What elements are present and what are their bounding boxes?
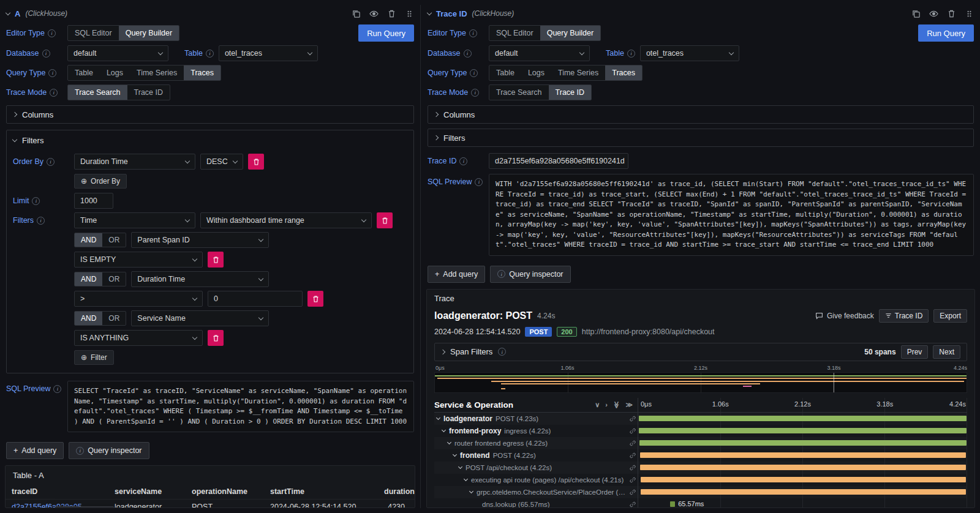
- filter-operator-select[interactable]: Within dashboard time range: [200, 212, 372, 228]
- hide-query-button[interactable]: [369, 9, 379, 18]
- trace-mode-search[interactable]: Trace Search: [489, 85, 549, 100]
- delete-query-button[interactable]: [947, 9, 956, 18]
- or-option[interactable]: OR: [102, 233, 126, 247]
- next-button[interactable]: Next: [933, 345, 960, 359]
- filter-operator-select[interactable]: IS ANYTHING: [74, 330, 203, 346]
- order-by-field-select[interactable]: Duration Time: [74, 154, 195, 170]
- duplicate-query-button[interactable]: [352, 9, 361, 18]
- query-type-table[interactable]: Table: [68, 66, 100, 80]
- table-select[interactable]: otel_traces: [219, 45, 318, 61]
- span-row[interactable]: loadgenerator POST (4.23s): [434, 413, 967, 425]
- filter-field-select[interactable]: Parent Span ID: [131, 232, 269, 248]
- editor-type-builder[interactable]: Query Builder: [119, 26, 179, 40]
- add-query-button[interactable]: +Add query: [428, 266, 485, 283]
- query-type-timeseries[interactable]: Time Series: [130, 66, 184, 80]
- filters-collapse[interactable]: Filters: [428, 129, 974, 147]
- span-row[interactable]: frontend POST (4.22s): [434, 449, 967, 462]
- expand-one-icon[interactable]: ›: [605, 401, 608, 408]
- collapse-query-icon[interactable]: [427, 10, 432, 15]
- span-row[interactable]: grpc.oteldemo.CheckoutService/PlaceOrder…: [434, 486, 967, 498]
- column-header-operationname[interactable]: operationName: [186, 484, 264, 500]
- run-query-button[interactable]: Run Query: [918, 24, 974, 42]
- collapse-one-icon[interactable]: ≫: [625, 401, 633, 409]
- query-type-traces[interactable]: Traces: [605, 66, 642, 80]
- remove-filter-button[interactable]: [208, 252, 224, 268]
- chevron-down-icon[interactable]: [458, 465, 462, 469]
- remove-filter-button[interactable]: [208, 330, 224, 346]
- span-link-icon[interactable]: [629, 489, 636, 496]
- query-inspector-button[interactable]: Query inspector: [490, 266, 570, 283]
- trace-id-input[interactable]: d2a7155ef6a928a05680e5ff6190241d: [489, 153, 628, 169]
- span-link-icon[interactable]: [629, 427, 636, 435]
- or-option[interactable]: OR: [102, 312, 126, 325]
- query-type-timeseries[interactable]: Time Series: [551, 66, 605, 80]
- add-filter-button[interactable]: ⊕Filter: [74, 350, 114, 365]
- span-bar[interactable]: [641, 489, 966, 495]
- expand-all-icon[interactable]: ≫: [612, 401, 620, 408]
- column-header-starttime[interactable]: startTime: [264, 484, 378, 500]
- remove-filter-button[interactable]: [377, 212, 393, 228]
- span-row[interactable]: router frontend egress (4.22s): [434, 437, 967, 449]
- chevron-down-icon[interactable]: [447, 440, 451, 444]
- and-option[interactable]: AND: [75, 272, 102, 286]
- hide-query-button[interactable]: [929, 9, 938, 18]
- span-filters-collapse[interactable]: Span Filters 50 spans Prev Next: [434, 343, 967, 361]
- query-type-table[interactable]: Table: [489, 66, 521, 80]
- minimap-band[interactable]: [434, 372, 967, 393]
- column-header-duration[interactable]: duration: [378, 484, 415, 500]
- table-select[interactable]: otel_traces: [640, 45, 739, 61]
- editor-type-sql[interactable]: SQL Editor: [68, 26, 119, 40]
- delete-query-button[interactable]: [387, 9, 396, 18]
- limit-input[interactable]: 1000: [74, 193, 113, 209]
- trace-id-button[interactable]: Trace ID: [879, 309, 929, 323]
- chevron-down-icon[interactable]: [442, 428, 446, 432]
- span-row[interactable]: POST /api/checkout (4.22s): [434, 462, 967, 474]
- span-row[interactable]: frontend-proxy ingress (4.22s): [434, 425, 967, 437]
- column-header-traceid[interactable]: traceID: [6, 484, 108, 500]
- remove-order-by-button[interactable]: [248, 154, 264, 170]
- collapse-query-icon[interactable]: [6, 10, 10, 15]
- columns-collapse[interactable]: Columns: [428, 105, 974, 124]
- span-link-icon[interactable]: [629, 415, 636, 422]
- span-bar[interactable]: [641, 477, 966, 482]
- chevron-down-icon[interactable]: [453, 452, 457, 457]
- editor-type-sql[interactable]: SQL Editor: [489, 26, 540, 40]
- give-feedback-button[interactable]: Give feedback: [815, 312, 874, 320]
- collapse-all-icon[interactable]: ∨: [595, 401, 600, 409]
- editor-type-builder[interactable]: Query Builder: [540, 26, 600, 40]
- drag-query-button[interactable]: [965, 9, 974, 18]
- query-inspector-button[interactable]: Query inspector: [69, 442, 149, 459]
- span-bar[interactable]: [639, 440, 967, 446]
- database-select[interactable]: default: [489, 45, 590, 61]
- trace-mode-id[interactable]: Trace ID: [127, 85, 170, 100]
- database-select[interactable]: default: [67, 45, 168, 61]
- chevron-down-icon[interactable]: [464, 477, 468, 481]
- filters-collapse[interactable]: Filters: [13, 130, 407, 150]
- add-order-by-button[interactable]: ⊕Order By: [74, 174, 127, 189]
- prev-button[interactable]: Prev: [901, 345, 929, 359]
- chevron-down-icon[interactable]: [436, 416, 440, 420]
- or-option[interactable]: OR: [102, 272, 126, 286]
- span-row[interactable]: dns.lookup (65.57ms) 65.57ms: [434, 498, 967, 508]
- trace-mode-search[interactable]: Trace Search: [68, 85, 127, 100]
- filter-field-select[interactable]: Service Name: [131, 310, 269, 326]
- span-link-icon[interactable]: [629, 452, 636, 459]
- filter-operator-select[interactable]: IS EMPTY: [74, 252, 203, 268]
- export-button[interactable]: Export: [933, 309, 967, 323]
- trace-mode-id[interactable]: Trace ID: [549, 85, 591, 100]
- and-option[interactable]: AND: [75, 312, 102, 325]
- chevron-down-icon[interactable]: [469, 489, 473, 493]
- drag-query-button[interactable]: [405, 9, 414, 18]
- run-query-button[interactable]: Run Query: [358, 24, 414, 42]
- span-bar[interactable]: [639, 416, 967, 421]
- span-row[interactable]: executing api route (pages) /api/checkou…: [434, 474, 967, 486]
- span-link-icon[interactable]: [629, 476, 636, 484]
- query-type-logs[interactable]: Logs: [100, 66, 130, 80]
- filter-field-select[interactable]: Duration Time: [131, 271, 269, 287]
- span-bar[interactable]: [640, 452, 967, 458]
- filter-value-input[interactable]: 0: [208, 291, 303, 307]
- span-bar[interactable]: [670, 501, 676, 507]
- span-link-icon[interactable]: [629, 440, 636, 447]
- span-bar[interactable]: [639, 428, 967, 433]
- span-link-icon[interactable]: [629, 464, 636, 471]
